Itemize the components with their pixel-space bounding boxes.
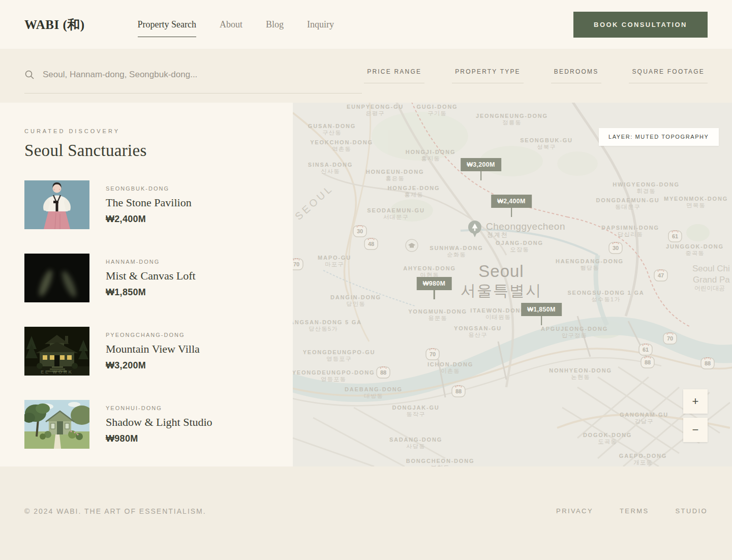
map-road-number: 70 <box>430 351 436 357</box>
property-price: ₩1,850M <box>106 287 196 298</box>
map-district-label: GANGNAM-GU <box>620 412 668 418</box>
map-price-marker-label: ₩980M <box>417 277 452 290</box>
filter-property-type[interactable]: PROPERTY TYPE <box>452 68 524 83</box>
map-road-shield: 61 <box>639 344 652 355</box>
property-card[interactable]: EE WORK PYEONGCHANG-DONG Mountain View V… <box>24 327 268 376</box>
map-price-marker[interactable]: ₩980M <box>417 277 452 299</box>
property-district: YEONHUI-DONG <box>106 405 212 411</box>
map-road-number: 30 <box>613 245 619 251</box>
property-info: HANNAM-DONG Mist & Canvas Loft ₩1,850M <box>106 254 196 302</box>
property-card[interactable]: HANNAM-DONG Mist & Canvas Loft ₩1,850M <box>24 254 268 302</box>
search-input[interactable] <box>43 70 362 80</box>
map-price-marker-stem <box>511 208 512 217</box>
property-name: The Stone Pavilion <box>106 196 192 209</box>
map-district-label-ko: 개포동 <box>633 459 653 465</box>
nav-link-about[interactable]: About <box>220 19 242 30</box>
footer-link-studio[interactable]: STUDIO <box>675 507 708 515</box>
property-thumbnail[interactable] <box>24 180 89 229</box>
map-price-marker[interactable]: ₩2,400M <box>491 195 532 217</box>
property-card[interactable]: SEONGBUK-DONG The Stone Pavilion ₩2,400M <box>24 180 268 229</box>
map-city-label: Seoul <box>478 262 524 281</box>
map-district-label-ko: 행당동 <box>580 265 599 271</box>
map-district-label: SUNHWA-DONG <box>430 245 483 251</box>
map-road-shield: 61 <box>668 231 682 242</box>
map-district-label-ko: 용산구 <box>468 332 487 338</box>
map-district-label: SADANG-DONG <box>389 437 442 443</box>
map-zoom-out-button[interactable]: − <box>683 418 708 442</box>
search-field[interactable] <box>24 70 362 94</box>
map-district-label-ko: 휘경동 <box>636 188 656 194</box>
map-district-label-ko: 이태원동 <box>485 314 511 320</box>
nav-link-blog[interactable]: Blog <box>266 19 284 30</box>
filter-bedrooms[interactable]: BEDROOMS <box>551 68 602 83</box>
map-district-label: DANGSAN-DONG 5 GA <box>293 319 362 325</box>
map-price-marker[interactable]: ₩1,850M <box>521 303 562 325</box>
property-name: Mountain View Villa <box>106 343 200 356</box>
map-road-shield: 88 <box>452 386 465 397</box>
map-road-number: 30 <box>357 228 363 234</box>
filter-row: PRICE RANGEPROPERTY TYPEBEDROOMSSQUARE F… <box>364 68 708 83</box>
map-district-label: GAEPO-DONG <box>619 453 667 459</box>
property-card[interactable]: YEONHUI-DONG Shadow & Light Studio ₩980M <box>24 400 268 449</box>
map-district-label-ko: 논현동 <box>571 374 590 380</box>
map-district-label: DOGOK-DONG <box>583 432 632 438</box>
map-district-label: HAENGDANG-DONG <box>556 258 624 264</box>
property-district: SEONGBUK-DONG <box>106 185 192 192</box>
map-zoom-in-button[interactable]: + <box>683 389 708 414</box>
map-district-label: SEODAEMUN-GU <box>367 207 424 213</box>
map-road-shield: 30 <box>609 242 622 254</box>
map-district-label-ko: 순화동 <box>447 252 466 258</box>
map-price-marker[interactable]: ₩3,200M <box>461 158 501 180</box>
footer-link-terms[interactable]: TERMS <box>620 507 649 515</box>
property-name: Shadow & Light Studio <box>106 416 212 429</box>
search-filter-bar: PRICE RANGEPROPERTY TYPEBEDROOMSSQUARE F… <box>0 49 732 103</box>
map-district-label-ko: 오장동 <box>510 246 529 253</box>
map-poi-name-label: Grand Pa <box>693 275 730 285</box>
map-district-label-ko: 당산동5가 <box>309 326 338 332</box>
nav-link-property-search[interactable]: Property Search <box>138 19 196 37</box>
map-district-label-ko: 홍은동 <box>385 175 405 181</box>
map-price-marker-stem <box>541 316 542 325</box>
map-road-number: 48 <box>368 241 374 247</box>
map-layer-badge[interactable]: LAYER: MUTED TOPOGRAPHY <box>599 128 719 146</box>
filter-square-footage[interactable]: SQUARE FOOTAGE <box>629 68 708 83</box>
map-container[interactable]: 30487088887061888861304770 Cheonggyecheo… <box>293 103 732 466</box>
map-district-label-ko: 영등포구 <box>326 356 352 362</box>
map-district-label-ko: 구기동 <box>428 110 447 116</box>
map-road-shield: 88 <box>701 358 714 369</box>
map-district-label-ko: 용문동 <box>428 315 447 321</box>
map-road-number: 70 <box>667 335 673 341</box>
map-district-label-ko: 봉천동 <box>431 464 450 466</box>
property-thumbnail[interactable] <box>24 400 89 449</box>
map-district-label-ko: 면목동 <box>686 202 706 208</box>
map-stream-label-ko: 청계천 <box>487 231 508 238</box>
map-road-number: 88 <box>645 359 651 365</box>
site-footer: © 2024 WABI. THE ART OF ESSENTIALISM. PR… <box>0 466 732 560</box>
filter-price-range[interactable]: PRICE RANGE <box>364 68 424 83</box>
map-district-label: YEONGDEUNGPO-GU <box>303 349 376 355</box>
main-content: CURATED DISCOVERY Seoul Sanctuaries SEON… <box>0 103 732 466</box>
property-list: SEONGBUK-DONG The Stone Pavilion ₩2,400M… <box>24 180 268 449</box>
property-price: ₩3,200M <box>106 360 200 371</box>
map-district-label: YEOKCHON-DONG <box>310 139 373 145</box>
map-district-label: SINSA-DONG <box>308 162 353 168</box>
book-consultation-button[interactable]: BOOK CONSULTATION <box>573 12 708 38</box>
map-road-shield: 70 <box>426 349 439 360</box>
map-district-label-ko: 강남구 <box>634 418 654 424</box>
map-canvas[interactable]: 30487088887061888861304770 Cheonggyecheo… <box>293 103 732 466</box>
property-district: PYEONGCHANG-DONG <box>106 332 200 338</box>
map-road-shield: 88 <box>641 357 654 368</box>
nav-link-inquiry[interactable]: Inquiry <box>307 19 334 30</box>
property-thumbnail[interactable]: EE WORK <box>24 327 89 376</box>
school-poi-icon <box>406 239 418 252</box>
property-thumbnail[interactable] <box>24 254 89 302</box>
map-district-label: DANGIN-DONG <box>330 294 381 300</box>
map-district-label: SEONGSU-DONG 1 GA <box>567 290 644 296</box>
map-district-label: OJANG-DONG <box>496 240 543 246</box>
map-district-label-ko: 중곡동 <box>685 250 705 256</box>
map-district-label-ko: 사당동 <box>406 443 425 449</box>
map-road-number: 88 <box>455 388 462 394</box>
footer-link-privacy[interactable]: PRIVACY <box>556 507 593 515</box>
listings-kicker: CURATED DISCOVERY <box>24 128 268 134</box>
map-road-shield: 30 <box>353 226 367 237</box>
